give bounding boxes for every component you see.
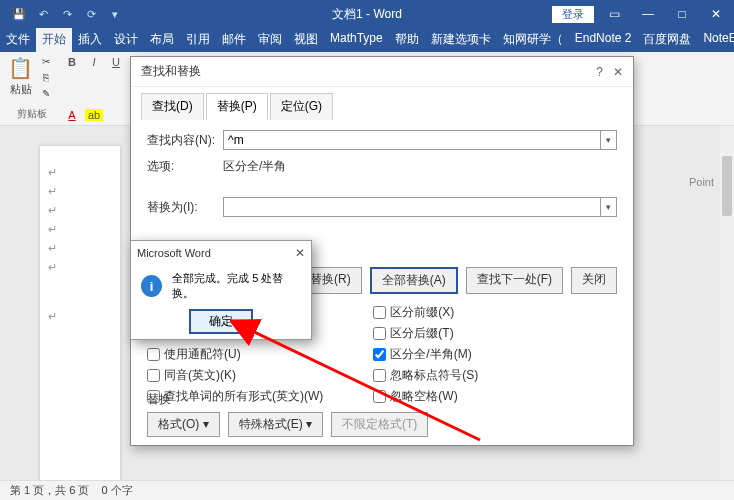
options-label: 选项:: [147, 158, 217, 175]
special-format-button[interactable]: 特殊格式(E) ▾: [228, 412, 323, 437]
paragraph-mark: ↵: [48, 310, 112, 323]
underline-button[interactable]: U: [107, 56, 125, 68]
close-icon[interactable]: ✕: [702, 0, 730, 28]
find-next-button[interactable]: 查找下一处(F): [466, 267, 563, 294]
find-dropdown-icon[interactable]: ▾: [600, 131, 616, 149]
replace-input[interactable]: [224, 198, 600, 216]
paragraph-mark: ↵: [48, 223, 112, 236]
dialog-title: 查找和替换: [141, 63, 201, 80]
vertical-scrollbar[interactable]: [720, 126, 734, 480]
paragraph-mark: ↵: [48, 242, 112, 255]
replace-section-label: 替换: [147, 391, 428, 408]
tab-file[interactable]: 文件: [0, 28, 36, 52]
quick-access-toolbar: 💾 ↶ ↷ ⟳ ▾: [0, 3, 134, 25]
dialog-help-icon[interactable]: ?: [596, 65, 603, 79]
italic-button[interactable]: I: [85, 56, 103, 68]
tab-mathtype[interactable]: MathType: [324, 28, 389, 52]
qat-dropdown-icon[interactable]: ▾: [104, 3, 126, 25]
save-icon[interactable]: 💾: [8, 3, 30, 25]
tab-view[interactable]: 视图: [288, 28, 324, 52]
copy-icon[interactable]: ⎘: [37, 72, 55, 86]
paste-button[interactable]: 📋 粘贴: [8, 56, 33, 102]
tab-noteexpress[interactable]: NoteExpres: [697, 28, 734, 52]
titlebar: 💾 ↶ ↷ ⟳ ▾ 文档1 - Word 登录 ▭ — □ ✕: [0, 0, 734, 28]
tab-replace[interactable]: 替换(P): [206, 93, 268, 120]
msgbox-text: 全部完成。完成 5 处替换。: [172, 271, 301, 301]
tab-new[interactable]: 新建选项卡: [425, 28, 497, 52]
highlight-button[interactable]: ab: [85, 109, 103, 121]
search-option[interactable]: 区分前缀(X): [373, 304, 478, 321]
paragraph-mark: ↵: [48, 185, 112, 198]
clipboard-group-label: 剪贴板: [17, 107, 47, 121]
paragraph-mark: ↵: [48, 166, 112, 179]
clipboard-icon: 📋: [8, 56, 33, 80]
replace-dropdown-icon[interactable]: ▾: [600, 198, 616, 216]
bold-button[interactable]: B: [63, 56, 81, 68]
dialog-close-icon[interactable]: ✕: [613, 65, 623, 79]
search-option[interactable]: 使用通配符(U): [147, 346, 323, 363]
options-value: 区分全/半角: [223, 158, 286, 175]
minimize-icon[interactable]: —: [634, 0, 662, 28]
tab-design[interactable]: 设计: [108, 28, 144, 52]
close-button[interactable]: 关闭: [571, 267, 617, 294]
ribbon-options-icon[interactable]: ▭: [600, 0, 628, 28]
tab-insert[interactable]: 插入: [72, 28, 108, 52]
tab-cnki[interactable]: 知网研学（: [497, 28, 569, 52]
msgbox-title: Microsoft Word: [137, 247, 211, 259]
paragraph-mark: ↵: [48, 204, 112, 217]
search-option[interactable]: 区分后缀(T): [373, 325, 478, 342]
maximize-icon[interactable]: □: [668, 0, 696, 28]
status-bar: 第 1 页，共 6 页 0 个字: [0, 480, 734, 500]
tab-mailings[interactable]: 邮件: [216, 28, 252, 52]
page-indicator[interactable]: 第 1 页，共 6 页: [10, 483, 89, 498]
ribbon-tabs: 文件 开始 插入 设计 布局 引用 邮件 审阅 视图 MathType 帮助 新…: [0, 28, 734, 52]
format-button[interactable]: 格式(O) ▾: [147, 412, 220, 437]
no-format-button[interactable]: 不限定格式(T): [331, 412, 428, 437]
msgbox-ok-button[interactable]: 确定: [189, 309, 253, 334]
login-button[interactable]: 登录: [552, 6, 594, 23]
tab-layout[interactable]: 布局: [144, 28, 180, 52]
redo-icon[interactable]: ↷: [56, 3, 78, 25]
replace-all-button[interactable]: 全部替换(A): [370, 267, 458, 294]
tab-references[interactable]: 引用: [180, 28, 216, 52]
font-color-button[interactable]: A: [63, 109, 81, 121]
msgbox-close-icon[interactable]: ✕: [295, 246, 305, 260]
tab-find[interactable]: 查找(D): [141, 93, 204, 120]
replace-label: 替换为(I):: [147, 199, 217, 216]
find-label: 查找内容(N):: [147, 132, 217, 149]
word-count[interactable]: 0 个字: [101, 483, 132, 498]
refresh-icon[interactable]: ⟳: [80, 3, 102, 25]
tab-help[interactable]: 帮助: [389, 28, 425, 52]
scrollbar-thumb[interactable]: [722, 156, 732, 216]
search-option[interactable]: 忽略标点符号(S): [373, 367, 478, 384]
page[interactable]: ↵ ↵ ↵ ↵ ↵ ↵ ↵: [40, 146, 120, 480]
tab-goto[interactable]: 定位(G): [270, 93, 333, 120]
info-icon: i: [141, 275, 162, 297]
cut-icon[interactable]: ✂: [37, 56, 55, 70]
message-box: Microsoft Word ✕ i 全部完成。完成 5 处替换。 确定: [130, 240, 312, 340]
find-input[interactable]: [224, 131, 600, 149]
format-painter-icon[interactable]: ✎: [37, 88, 55, 102]
search-option[interactable]: 同音(英文)(K): [147, 367, 323, 384]
undo-icon[interactable]: ↶: [32, 3, 54, 25]
tab-review[interactable]: 审阅: [252, 28, 288, 52]
tab-home[interactable]: 开始: [36, 28, 72, 52]
side-label: Point: [689, 176, 714, 188]
tab-baidu[interactable]: 百度网盘: [637, 28, 697, 52]
tab-endnote[interactable]: EndNote 2: [569, 28, 638, 52]
search-option[interactable]: 区分全/半角(M): [373, 346, 478, 363]
paragraph-mark: ↵: [48, 261, 112, 274]
window-title: 文档1 - Word: [332, 6, 402, 23]
